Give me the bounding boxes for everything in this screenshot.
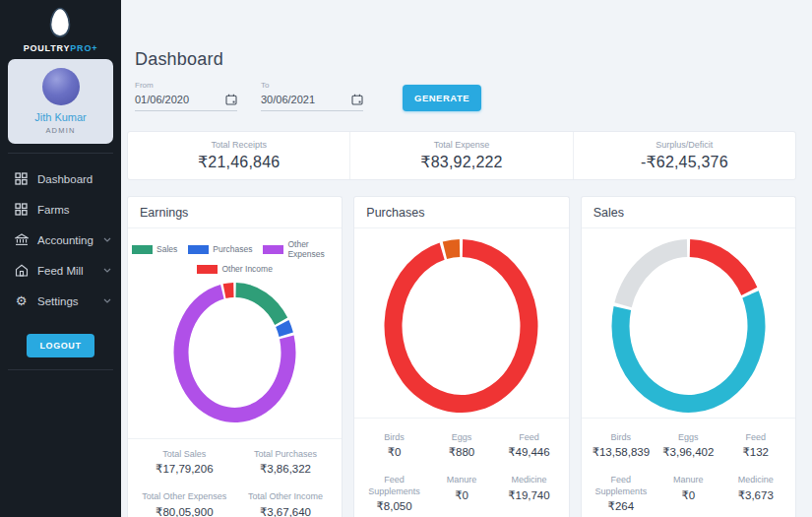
total-cell: Manure₹0 <box>428 475 495 513</box>
avatar <box>42 68 80 105</box>
legend-swatch <box>188 245 209 254</box>
card-title: Purchases <box>354 197 568 228</box>
grid-icon <box>14 171 29 186</box>
sidebar-item-label: Feed Mill <box>37 265 84 277</box>
earnings-chart-legend: Sales Purchases Other Expenses Other Inc… <box>128 228 342 279</box>
total-cell: Eggs₹880 <box>428 432 495 459</box>
stat-label: Total Expense <box>350 140 572 150</box>
sidebar-item-label: Farms <box>37 204 70 216</box>
page-title: Dashboard <box>135 49 796 70</box>
stat-label: Total Receipts <box>128 140 349 150</box>
legend-item-purchases[interactable]: Purchases <box>188 239 252 259</box>
legend-label: Other Expenses <box>287 239 338 259</box>
from-date-input[interactable]: 01/06/2020 <box>135 94 237 111</box>
sidebar-item-dashboard[interactable]: Dashboard <box>0 163 121 194</box>
to-date-input[interactable]: 30/06/2021 <box>261 94 363 111</box>
legend-swatch <box>197 265 218 274</box>
bank-icon <box>14 232 29 247</box>
earnings-donut-chart[interactable] <box>128 279 342 426</box>
chevron-down-icon <box>103 268 111 273</box>
sidebar-item-label: Dashboard <box>37 173 93 185</box>
gear-icon: ⚙ <box>14 293 29 308</box>
stat-total-receipts: Total Receipts ₹21,46,846 <box>128 132 349 179</box>
summary-stats-card: Total Receipts ₹21,46,846 Total Expense … <box>127 131 796 180</box>
earnings-card: Earnings Sales Purchases Other Expenses … <box>127 196 343 517</box>
sidebar: POULTRYPRO+ Jith Kumar ADMIN Dashboard F… <box>0 0 121 517</box>
main-content: Dashboard From 01/06/2020 To 30/06/2021 … <box>121 0 812 517</box>
total-cell: Eggs₹3,96,402 <box>655 432 721 459</box>
to-date-value: 30/06/2021 <box>261 94 315 105</box>
legend-label: Other Income <box>221 264 273 274</box>
stat-total-expense: Total Expense ₹83,92,222 <box>349 132 572 179</box>
brand-poultry: POULTRY <box>24 43 71 53</box>
from-date-value: 01/06/2020 <box>135 94 189 105</box>
total-cell: Feed Supplements₹8,050 <box>360 475 427 513</box>
card-title: Earnings <box>128 197 342 228</box>
total-cell: Medicine₹19,740 <box>495 475 562 513</box>
total-cell: Feed₹132 <box>722 432 789 459</box>
stat-value: ₹83,92,222 <box>350 153 572 171</box>
legend-item-other-income[interactable]: Other Income <box>197 264 273 274</box>
charts-row: Earnings Sales Purchases Other Expenses … <box>127 196 796 517</box>
legend-item-sales[interactable]: Sales <box>132 239 177 259</box>
app-window: POULTRYPRO+ Jith Kumar ADMIN Dashboard F… <box>0 0 812 517</box>
sidebar-item-farms[interactable]: Farms <box>0 194 121 225</box>
mill-icon <box>14 263 29 278</box>
sidebar-divider <box>8 153 113 154</box>
sales-totals: Birds₹13,58,839 Eggs₹3,96,402 Feed₹132 F… <box>582 418 795 517</box>
brand-name: POULTRYPRO+ <box>24 43 98 53</box>
date-filter-bar: From 01/06/2020 To 30/06/2021 GENERATE <box>135 81 796 111</box>
generate-button[interactable]: GENERATE <box>403 85 481 111</box>
total-cell: Birds₹13,58,839 <box>588 432 655 459</box>
legend-label: Purchases <box>213 244 252 254</box>
total-cell: Medicine₹3,673 <box>722 475 789 513</box>
sidebar-item-settings[interactable]: ⚙ Settings <box>0 286 121 316</box>
calendar-icon <box>351 94 363 105</box>
from-date-group: From 01/06/2020 <box>135 81 237 111</box>
stat-value: ₹21,46,846 <box>128 153 349 171</box>
legend-swatch <box>263 245 283 254</box>
chevron-down-icon <box>103 298 111 303</box>
stat-surplus-deficit: Surplus/Deficit -₹62,45,376 <box>573 132 795 179</box>
sales-donut-chart[interactable] <box>582 228 795 418</box>
user-role: ADMIN <box>12 126 109 135</box>
total-cell: Birds₹0 <box>360 432 427 459</box>
sidebar-item-label: Accounting <box>37 234 94 246</box>
logout-button[interactable]: LOGOUT <box>27 334 94 357</box>
user-name: Jith Kumar <box>12 111 109 123</box>
total-cell: Total Sales₹17,79,206 <box>134 449 235 476</box>
purchases-card: Purchases Birds₹0 Eggs₹880 Feed₹49,446 F… <box>353 196 569 517</box>
stat-value: -₹62,45,376 <box>574 153 795 171</box>
total-cell: Total Other Income₹3,67,640 <box>235 491 337 517</box>
legend-label: Sales <box>156 244 177 254</box>
total-cell: Manure₹0 <box>655 475 721 513</box>
sidebar-nav: Dashboard Farms Accounting <box>0 163 121 316</box>
sales-card: Sales Birds₹13,58,839 Eggs₹3,96,402 Feed… <box>581 196 796 517</box>
chevron-down-icon <box>103 237 111 242</box>
legend-item-other-expenses[interactable]: Other Expenses <box>263 239 338 259</box>
total-cell: Feed Supplements₹264 <box>588 475 655 513</box>
to-date-group: To 30/06/2021 <box>261 81 363 111</box>
brand-pro: PRO+ <box>70 43 97 53</box>
purchases-totals: Birds₹0 Eggs₹880 Feed₹49,446 Feed Supple… <box>354 418 568 517</box>
purchases-donut-chart[interactable] <box>354 228 568 418</box>
egg-logo-icon <box>48 7 72 38</box>
brand-logo: POULTRYPRO+ <box>24 7 98 53</box>
total-cell: Total Purchases₹3,86,322 <box>235 449 337 476</box>
total-cell: Total Other Expenses₹80,05,900 <box>134 491 235 517</box>
to-label: To <box>261 81 363 90</box>
sidebar-item-label: Settings <box>37 295 79 307</box>
sidebar-divider <box>8 369 113 370</box>
grid-icon <box>14 202 29 217</box>
earnings-totals: Total Sales₹17,79,206 Total Purchases₹3,… <box>128 438 342 517</box>
user-card: Jith Kumar ADMIN <box>8 59 113 144</box>
calendar-icon <box>225 94 237 105</box>
stat-label: Surplus/Deficit <box>574 140 795 150</box>
card-title: Sales <box>582 197 795 228</box>
total-cell: Feed₹49,446 <box>495 432 562 459</box>
from-label: From <box>135 81 237 90</box>
sidebar-item-accounting[interactable]: Accounting <box>0 225 121 255</box>
legend-swatch <box>132 245 153 254</box>
sidebar-item-feed-mill[interactable]: Feed Mill <box>0 255 121 286</box>
